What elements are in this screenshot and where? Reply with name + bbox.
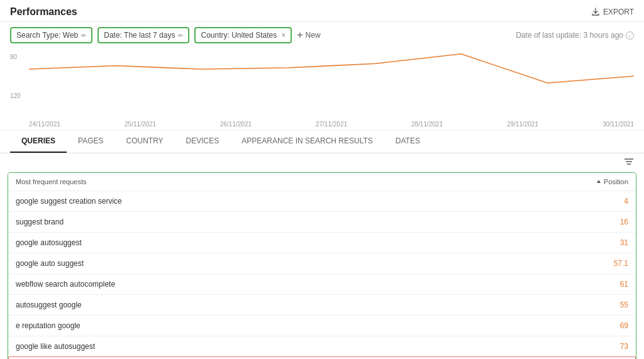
filter-chip-search-type[interactable]: Search Type: Web ✏ [10, 27, 92, 43]
chart-svg [29, 48, 634, 118]
table-header-position: Position [596, 178, 628, 185]
table-row: autosuggest google55 [8, 295, 636, 316]
table-controls [0, 153, 644, 172]
row-text: google autosuggest [16, 238, 82, 247]
table-row: google like autosuggest73 [8, 336, 636, 356]
table-row: webflow search autocomplete61 [8, 274, 636, 295]
row-value: 4 [624, 197, 628, 206]
table-filter-button[interactable] [624, 157, 634, 168]
export-icon [591, 8, 600, 16]
plus-icon: + [297, 30, 303, 41]
tab-country[interactable]: COUNTRY [114, 130, 174, 153]
date-update-label: Date of last update: 3 hours ago i [516, 31, 634, 40]
table-row: e reputation google69 [8, 316, 636, 336]
row-value: 31 [620, 238, 628, 247]
table-row-last: google suggest 117 [8, 356, 636, 359]
close-icon-country[interactable]: × [281, 31, 286, 40]
chart-y-label-120: 120 [10, 92, 21, 99]
filter-icon [624, 157, 634, 166]
chart-dates: 24/11/2021 25/11/2021 26/11/2021 27/11/2… [10, 119, 634, 130]
row-value: 57.1 [614, 259, 628, 268]
filters-bar: Search Type: Web ✏ Date: The last 7 days… [0, 22, 644, 48]
row-value: 69 [620, 321, 628, 330]
row-text: webflow search autocomplete [16, 280, 115, 289]
filters-left: Search Type: Web ✏ Date: The last 7 days… [10, 27, 321, 43]
table-header-label: Most frequent requests [16, 178, 87, 185]
row-text: google auto suggest [16, 259, 84, 268]
tab-pages[interactable]: PAGES [67, 130, 114, 153]
page-header: Performances EXPORT [0, 0, 644, 22]
new-filter-button[interactable]: + New [297, 30, 320, 41]
results-table: Most frequent requests Position google s… [8, 172, 636, 359]
tab-appearance[interactable]: APPEARANCE IN SEARCH RESULTS [230, 130, 384, 153]
chart-area: 80 120 24/11/2021 25/11/2021 26/11/2021 … [0, 48, 644, 130]
export-button[interactable]: EXPORT [591, 8, 634, 16]
table-row: google suggest creation service4 [8, 191, 636, 212]
table-rows-container: google suggest creation service4suggest … [8, 191, 636, 356]
filter-chip-country[interactable]: Country: United States × [194, 27, 292, 43]
table-row: google auto suggest57.1 [8, 253, 636, 274]
row-text: autosuggest google [16, 301, 82, 309]
row-text: suggest brand [16, 218, 64, 226]
row-value: 73 [620, 342, 628, 351]
table-row: google autosuggest31 [8, 233, 636, 253]
row-value: 61 [620, 280, 628, 289]
table-row: suggest brand16 [8, 212, 636, 233]
table-header: Most frequent requests Position [8, 173, 636, 191]
row-text: google like autosuggest [16, 342, 95, 351]
row-value: 16 [620, 218, 628, 226]
row-text: google suggest creation service [16, 197, 122, 206]
svg-text:i: i [630, 33, 631, 39]
row-text: e reputation google [16, 321, 80, 330]
sort-icon [596, 179, 602, 185]
tabs-bar: QUERIES PAGES COUNTRY DEVICES APPEARANCE… [0, 130, 644, 153]
page-title: Performances [10, 6, 77, 18]
chart-y-label-80: 80 [10, 53, 17, 60]
row-value: 55 [620, 301, 628, 309]
edit-icon-search-type: ✏ [81, 32, 86, 39]
edit-icon-date: ✏ [178, 32, 183, 39]
tab-dates[interactable]: DATES [384, 130, 431, 153]
tab-queries[interactable]: QUERIES [10, 130, 67, 153]
info-icon: i [626, 31, 634, 40]
tab-devices[interactable]: DEVICES [175, 130, 231, 153]
filter-chip-date[interactable]: Date: The last 7 days ✏ [97, 27, 189, 43]
